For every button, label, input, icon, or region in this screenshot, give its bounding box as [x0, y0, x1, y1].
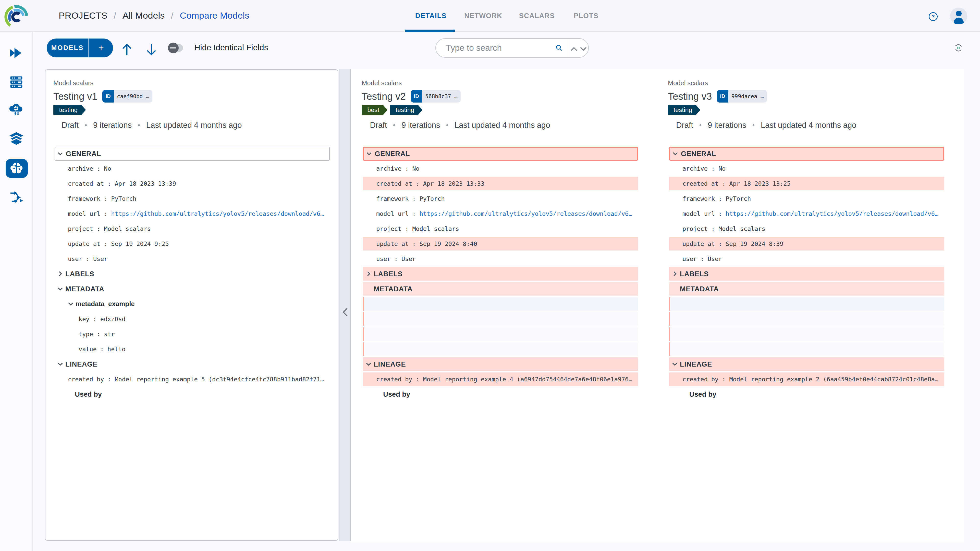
field-project: project : Model scalars — [363, 222, 638, 237]
model-column-testing-v1: Model scalarsTesting v1IDcaef90bd …testi… — [55, 63, 330, 542]
tab-details[interactable]: DETAILS — [412, 0, 450, 32]
active-tab-underline — [405, 30, 455, 32]
tag-best: best — [362, 105, 387, 115]
status-part: Draft — [370, 121, 387, 130]
model-status-line: Draft9 iterationsLast updated 4 months a… — [370, 121, 550, 130]
section-general[interactable]: GENERAL — [55, 147, 330, 162]
status-part: Draft — [62, 121, 79, 130]
splitter-bar[interactable] — [339, 69, 351, 541]
breadcrumb-projects[interactable]: PROJECTS — [59, 11, 107, 21]
section-labels[interactable]: LABELS — [55, 267, 330, 282]
id-badge: ID — [411, 90, 422, 103]
section-general[interactable]: GENERAL — [363, 147, 638, 162]
add-model-button[interactable]: + — [89, 42, 113, 53]
hide-identical-toggle[interactable] — [168, 43, 184, 53]
section-metadata[interactable]: METADATA — [363, 282, 638, 297]
section-lineage[interactable]: LINEAGE — [363, 357, 638, 372]
field-archive: archive : No — [363, 162, 638, 177]
models-icon[interactable] — [0, 159, 33, 178]
field-archive: archive : No — [55, 162, 330, 177]
field-created-by: created by : Model reporting example 2 (… — [669, 372, 944, 387]
field-framework: framework : PyTorch — [669, 192, 944, 207]
model-title: Testing v2 — [362, 91, 406, 102]
field-type: type : str — [55, 327, 330, 342]
empty-diff-row — [363, 342, 638, 357]
field-user: user : User — [669, 252, 944, 267]
status-part: Last updated 4 months ago — [761, 121, 856, 130]
field-model-url: model url : https://github.com/ultralyti… — [55, 207, 330, 222]
breadcrumb-all-models[interactable]: All Models — [123, 11, 165, 21]
field-update-at: update at : Sep 19 2024 9:25 — [55, 237, 330, 252]
field-created-at: created at : Apr 18 2023 13:25 — [669, 177, 944, 192]
help-icon[interactable]: ? — [929, 12, 938, 21]
section-labels[interactable]: LABELS — [669, 267, 944, 282]
section-lineage[interactable]: LINEAGE — [669, 357, 944, 372]
tag-testing: testing — [390, 105, 422, 115]
field-created-by: created by : Model reporting example 5 (… — [55, 372, 330, 387]
breadcrumb: PROJECTS / All Models / Compare Models — [59, 0, 249, 32]
search-icon[interactable] — [555, 42, 563, 54]
search-next-chevron-down-icon[interactable] — [579, 42, 588, 54]
pipelines-icon[interactable] — [0, 187, 33, 206]
next-diff-arrow-down-icon[interactable] — [145, 43, 156, 54]
search-input[interactable] — [436, 43, 556, 53]
breadcrumb-separator: / — [171, 11, 173, 21]
section-labels[interactable]: LABELS — [363, 267, 638, 282]
field-key: key : edxzDsd — [55, 312, 330, 327]
used-by-row[interactable]: Used by — [669, 387, 944, 403]
search-prev-chevron-up-icon[interactable] — [570, 42, 579, 54]
id-badge: ID — [102, 90, 114, 103]
collapse-left-icon[interactable] — [342, 307, 349, 320]
clearml-logo[interactable] — [3, 3, 30, 29]
workers-icon[interactable] — [0, 101, 33, 120]
sidebar — [0, 32, 33, 551]
prev-diff-arrow-up-icon[interactable] — [120, 43, 131, 54]
field-framework: framework : PyTorch — [55, 192, 330, 207]
field-update-at: update at : Sep 19 2024 8:40 — [363, 237, 638, 252]
top-header: PROJECTS / All Models / Compare Models D… — [0, 0, 980, 32]
field-created-at: created at : Apr 18 2023 13:39 — [55, 177, 330, 192]
section-metadata[interactable]: METADATA — [669, 282, 944, 297]
tab-plots[interactable]: PLOTS — [567, 0, 605, 32]
status-part: 9 iterations — [93, 121, 132, 130]
empty-diff-row — [363, 312, 638, 327]
project-name: Model scalars — [362, 79, 402, 87]
model-title: Testing v1 — [53, 91, 97, 102]
field-project: project : Model scalars — [55, 222, 330, 237]
queues-icon[interactable] — [0, 73, 33, 91]
id-value: caef90bd … — [114, 90, 152, 103]
datasets-icon[interactable] — [0, 129, 33, 148]
field-user: user : User — [363, 252, 638, 267]
auto-refresh-icon[interactable] — [954, 43, 963, 52]
field-link[interactable]: https://github.com/ultralytics/yolov5/re… — [725, 210, 939, 218]
breadcrumb-compare-models[interactable]: Compare Models — [180, 11, 249, 21]
field-model-url: model url : https://github.com/ultralyti… — [363, 207, 638, 222]
id-badge: ID — [717, 90, 728, 103]
content-area: Model scalarsTesting v1IDcaef90bd …testi… — [33, 63, 980, 551]
section-lineage[interactable]: LINEAGE — [55, 357, 330, 372]
empty-diff-row — [669, 312, 944, 327]
used-by-row[interactable]: Used by — [363, 387, 638, 403]
model-status-line: Draft9 iterationsLast updated 4 months a… — [676, 121, 856, 130]
section-general[interactable]: GENERAL — [669, 147, 944, 162]
model-id-chip[interactable]: IDcaef90bd … — [102, 90, 152, 103]
model-id-chip[interactable]: ID999dacea … — [717, 90, 767, 103]
model-id-chip[interactable]: ID568b8c37 … — [411, 90, 461, 103]
field-link[interactable]: https://github.com/ultralytics/yolov5/re… — [420, 210, 632, 218]
tab-network[interactable]: NETWORK — [461, 0, 505, 32]
status-part: Last updated 4 months ago — [455, 121, 550, 130]
user-avatar[interactable] — [950, 8, 967, 25]
metadata-group-metadata-example[interactable]: metadata_example — [55, 297, 330, 312]
toolbar: MODELS + Hide Identical Fields — [33, 32, 980, 63]
tab-scalars[interactable]: SCALARS — [515, 0, 559, 32]
field-created-at: created at : Apr 18 2023 13:33 — [363, 177, 638, 192]
used-by-row[interactable]: Used by — [55, 387, 330, 403]
empty-diff-row — [669, 342, 944, 357]
getting-started-icon[interactable] — [0, 44, 33, 62]
section-metadata[interactable]: METADATA — [55, 282, 330, 297]
project-name: Model scalars — [668, 79, 708, 87]
field-link[interactable]: https://github.com/ultralytics/yolov5/re… — [111, 210, 324, 218]
status-part: 9 iterations — [708, 121, 746, 130]
models-button[interactable]: MODELS + — [47, 38, 113, 57]
field-framework: framework : PyTorch — [363, 192, 638, 207]
